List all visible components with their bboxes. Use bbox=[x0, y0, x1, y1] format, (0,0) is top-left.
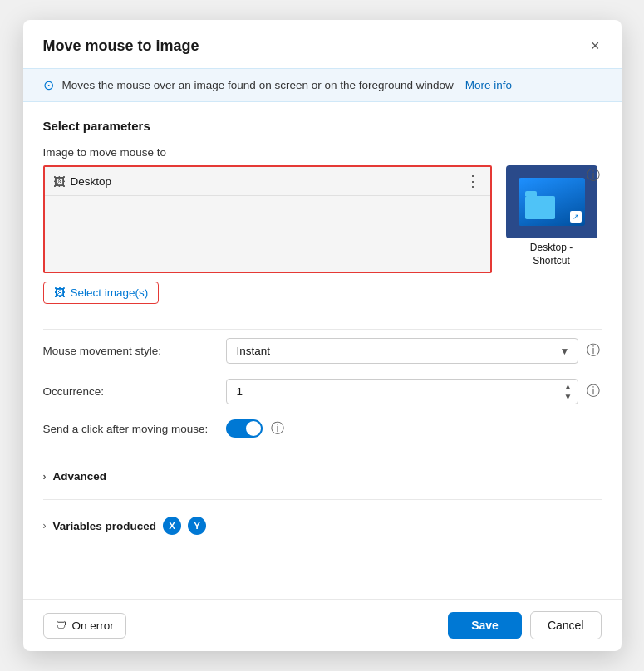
preview-arrow-icon: ↗ bbox=[570, 211, 582, 223]
advanced-chevron-icon: › bbox=[43, 471, 47, 482]
occurrence-control: ▲ ▼ ⓘ bbox=[226, 379, 602, 404]
movement-style-select[interactable]: Instant Linear Quadratic Random bbox=[226, 338, 578, 364]
occurrence-label: Occurrence: bbox=[43, 385, 226, 398]
send-click-control: ⓘ bbox=[226, 419, 602, 438]
image-type-icon: 🖼 bbox=[53, 174, 66, 189]
select-images-icon: 🖼 bbox=[54, 287, 66, 299]
image-preview-box: ↗ Desktop -Shortcut ⓘ bbox=[502, 165, 602, 267]
divider-1 bbox=[43, 329, 602, 330]
preview-folder-icon bbox=[525, 196, 555, 219]
on-error-button[interactable]: 🛡 On error bbox=[43, 613, 126, 639]
info-banner: ⊙ Moves the mouse over an image found on… bbox=[23, 68, 622, 102]
more-info-link[interactable]: More info bbox=[465, 79, 512, 91]
advanced-section[interactable]: › Advanced bbox=[43, 462, 602, 491]
footer-left: 🛡 On error bbox=[43, 613, 126, 639]
spinbox-up-button[interactable]: ▲ bbox=[562, 382, 575, 392]
dialog-title: Move mouse to image bbox=[43, 37, 199, 55]
more-options-button[interactable]: ⋮ bbox=[464, 174, 482, 189]
save-button[interactable]: Save bbox=[448, 612, 522, 639]
preview-info-button[interactable]: ⓘ bbox=[585, 165, 602, 186]
param-row-click: Send a click after moving mouse: ⓘ bbox=[43, 419, 602, 438]
variables-label: Variables produced bbox=[53, 520, 157, 532]
image-box-item: 🖼 Desktop bbox=[53, 174, 112, 189]
spinbox-arrows: ▲ ▼ bbox=[562, 382, 575, 402]
on-error-label: On error bbox=[72, 620, 114, 632]
param-row-movement: Mouse movement style: Instant Linear Qua… bbox=[43, 338, 602, 364]
image-select-area: 🖼 Desktop ⋮ ↗ Desktop -Shortcut ⓘ bbox=[43, 165, 602, 273]
dialog-footer: 🛡 On error Save Cancel bbox=[23, 599, 622, 651]
image-box-row: 🖼 Desktop ⋮ bbox=[45, 167, 490, 196]
variable-x-badge: X bbox=[163, 517, 181, 535]
send-click-info-button[interactable]: ⓘ bbox=[269, 420, 286, 438]
variable-y-badge: Y bbox=[188, 517, 206, 535]
image-box: 🖼 Desktop ⋮ bbox=[43, 165, 492, 273]
info-icon: ⊙ bbox=[43, 77, 54, 93]
info-banner-text: Moves the mouse over an image found on s… bbox=[62, 79, 454, 91]
section-title: Select parameters bbox=[43, 119, 602, 133]
occurrence-spinbox-wrapper: ▲ ▼ bbox=[226, 379, 578, 404]
cancel-button[interactable]: Cancel bbox=[530, 611, 602, 639]
dialog-header: Move mouse to image × bbox=[23, 20, 622, 68]
send-click-label: Send a click after moving mouse: bbox=[43, 423, 226, 435]
variables-section[interactable]: › Variables produced X Y bbox=[43, 508, 602, 543]
image-item-label: Desktop bbox=[71, 175, 112, 188]
variables-chevron-icon: › bbox=[43, 520, 47, 531]
preview-label: Desktop -Shortcut bbox=[530, 242, 573, 267]
preview-screen: ↗ bbox=[519, 178, 585, 226]
preview-image: ↗ bbox=[506, 165, 597, 238]
shield-icon: 🛡 bbox=[56, 620, 67, 632]
advanced-label: Advanced bbox=[53, 470, 107, 482]
movement-style-dropdown-wrapper: Instant Linear Quadratic Random ▼ bbox=[226, 338, 578, 364]
divider-2 bbox=[43, 453, 602, 453]
spinbox-down-button[interactable]: ▼ bbox=[562, 392, 575, 402]
dialog-body: Select parameters Image to move mouse to… bbox=[23, 102, 622, 599]
occurrence-info-button[interactable]: ⓘ bbox=[585, 383, 602, 400]
dialog: Move mouse to image × ⊙ Moves the mouse … bbox=[23, 20, 622, 651]
select-images-button[interactable]: 🖼 Select image(s) bbox=[43, 282, 160, 304]
image-field-label: Image to move mouse to bbox=[43, 146, 602, 159]
movement-style-info-button[interactable]: ⓘ bbox=[585, 342, 602, 360]
divider-3 bbox=[43, 499, 602, 500]
close-button[interactable]: × bbox=[586, 35, 605, 56]
select-images-label: Select image(s) bbox=[71, 287, 149, 299]
movement-style-control: Instant Linear Quadratic Random ▼ ⓘ bbox=[226, 338, 602, 364]
occurrence-input[interactable] bbox=[226, 379, 578, 404]
movement-style-label: Mouse movement style: bbox=[43, 345, 226, 357]
send-click-toggle[interactable] bbox=[226, 419, 263, 438]
footer-right: Save Cancel bbox=[448, 611, 601, 639]
param-row-occurrence: Occurrence: ▲ ▼ ⓘ bbox=[43, 379, 602, 404]
